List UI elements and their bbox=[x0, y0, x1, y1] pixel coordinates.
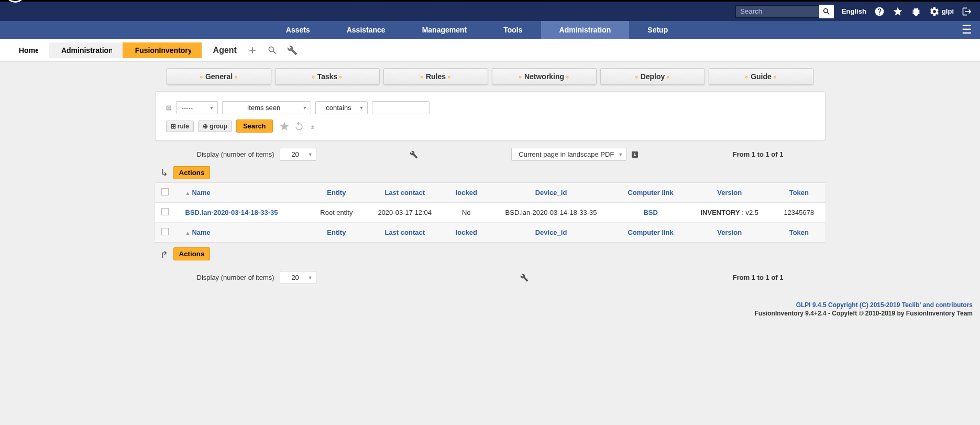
user-menu[interactable]: glpi bbox=[929, 6, 954, 17]
footer-fi-copyright: FusionInventory 9.4+2.4 - Copyleft © 201… bbox=[7, 310, 973, 317]
checkbox-all-bottom[interactable] bbox=[161, 228, 169, 235]
collapse-icon[interactable]: ⊟ bbox=[166, 104, 172, 112]
row-checkbox[interactable] bbox=[161, 208, 169, 215]
list-controls-top: Display (number of items) 20▼ Current pa… bbox=[155, 140, 825, 166]
col-version-foot[interactable]: Version bbox=[686, 223, 773, 243]
nav-assistance[interactable]: Assistance bbox=[328, 21, 404, 39]
hamburger-icon[interactable]: ☰ bbox=[954, 23, 980, 37]
select-all-down-icon[interactable]: ↳ bbox=[160, 167, 168, 179]
nav-tools[interactable]: Tools bbox=[485, 21, 541, 39]
col-entity-foot[interactable]: Entity bbox=[309, 223, 365, 243]
col-computer-link[interactable]: Computer link bbox=[615, 183, 686, 203]
chevron-down-icon: » bbox=[517, 75, 524, 79]
list-controls-bottom: Display (number of items) 20▼ From 1 to … bbox=[155, 264, 825, 289]
actions-button-top[interactable]: Actions bbox=[173, 166, 211, 179]
chevron-down-icon: » bbox=[565, 75, 571, 79]
cell-token: 12345678 bbox=[773, 203, 825, 223]
bookmark-star-icon[interactable] bbox=[279, 121, 290, 132]
add-icon[interactable] bbox=[247, 45, 258, 56]
col-device-id[interactable]: Device_id bbox=[487, 183, 615, 203]
module-tabs: »General»»Tasks»»Rules»»Networking»»Depl… bbox=[0, 62, 980, 91]
breadcrumb-home[interactable]: Home bbox=[6, 42, 49, 58]
search-input[interactable] bbox=[735, 5, 819, 18]
global-search bbox=[735, 5, 834, 18]
agents-table: ▲Name Entity Last contact locked Device_… bbox=[155, 182, 825, 242]
col-last-contact[interactable]: Last contact bbox=[364, 183, 445, 203]
tab-tasks[interactable]: »Tasks» bbox=[275, 68, 380, 85]
select-logic[interactable]: -----▼ bbox=[176, 101, 218, 114]
col-locked-foot[interactable]: locked bbox=[445, 223, 487, 243]
add-rule-button[interactable]: ⊞ rule bbox=[166, 121, 194, 132]
actions-button-bottom[interactable]: Actions bbox=[173, 247, 211, 260]
tab-guide[interactable]: »Guide» bbox=[709, 68, 813, 85]
col-computer-link-foot[interactable]: Computer link bbox=[615, 223, 686, 243]
col-locked[interactable]: locked bbox=[445, 183, 487, 203]
select-export[interactable]: Current page in landscape PDF▼ bbox=[511, 148, 626, 161]
export-go-icon[interactable] bbox=[631, 150, 639, 159]
agent-name-link[interactable]: BSD.lan-2020-03-14-18-33-35 bbox=[185, 209, 278, 216]
col-name[interactable]: ▲Name bbox=[175, 183, 309, 203]
footer-glpi-copyright[interactable]: GLPI 9.4.5 Copyright (C) 2015-2019 Tecli… bbox=[7, 301, 973, 309]
cell-device-id: BSD.lan-2020-03-14-18-33-35 bbox=[487, 203, 615, 223]
wrench-icon[interactable] bbox=[287, 45, 298, 56]
select-field[interactable]: Items seen▼ bbox=[222, 101, 311, 114]
search-go-button[interactable]: Search bbox=[236, 119, 272, 133]
tab-rules[interactable]: »Rules» bbox=[383, 68, 488, 85]
display-count-label: Display (number of items) bbox=[197, 150, 274, 158]
tab-general[interactable]: »General» bbox=[167, 68, 271, 85]
page-footer: GLPI 9.4.5 Copyright (C) 2015-2019 Tecli… bbox=[0, 297, 980, 323]
logout-icon[interactable] bbox=[962, 6, 972, 17]
chevron-down-icon: » bbox=[199, 75, 205, 79]
select-display-count-bottom[interactable]: 20▼ bbox=[280, 271, 316, 284]
add-group-button[interactable]: ⊕ group bbox=[198, 121, 232, 132]
col-device-id-foot[interactable]: Device_id bbox=[487, 223, 615, 243]
star-icon[interactable] bbox=[893, 6, 903, 17]
collapse-up-icon[interactable] bbox=[309, 121, 317, 132]
chevron-down-icon: » bbox=[419, 75, 425, 79]
tab-networking[interactable]: »Networking» bbox=[492, 68, 597, 85]
gear-icon bbox=[929, 6, 940, 17]
col-token-foot[interactable]: Token bbox=[773, 223, 825, 243]
col-name-foot[interactable]: ▲Name bbox=[175, 223, 309, 243]
checkbox-all-top[interactable] bbox=[161, 188, 169, 195]
chevron-down-icon: » bbox=[744, 75, 750, 79]
chevron-down-icon: » bbox=[772, 75, 778, 79]
breadcrumb: Home Administration FusionInventory Agen… bbox=[0, 39, 980, 62]
select-display-count[interactable]: 20▼ bbox=[280, 148, 316, 161]
col-token[interactable]: Token bbox=[773, 183, 825, 203]
cell-locked: No bbox=[445, 203, 487, 223]
cell-last-contact: 2020-03-17 12:04 bbox=[364, 203, 445, 223]
pager-info-bottom: From 1 to 1 of 1 bbox=[733, 274, 784, 281]
table-row: BSD.lan-2020-03-14-18-33-35 Root entity … bbox=[155, 203, 825, 223]
nav-setup[interactable]: Setup bbox=[629, 21, 686, 39]
col-version[interactable]: Version bbox=[686, 183, 773, 203]
breadcrumb-administration[interactable]: Administration bbox=[49, 42, 123, 58]
bulk-actions-top: ↳ Actions bbox=[155, 166, 825, 182]
col-entity[interactable]: Entity bbox=[309, 183, 365, 203]
display-count-label-bottom: Display (number of items) bbox=[197, 274, 274, 281]
columns-config-icon-bottom[interactable] bbox=[520, 273, 528, 282]
page-title: Agent bbox=[213, 46, 237, 55]
select-operator[interactable]: contains▼ bbox=[315, 101, 368, 114]
breadcrumb-fusioninventory[interactable]: FusionInventory bbox=[123, 42, 202, 58]
search-page-icon[interactable] bbox=[267, 45, 278, 56]
top-header: LPI English glpi bbox=[0, 0, 980, 21]
tab-deploy[interactable]: »Deploy» bbox=[600, 68, 705, 85]
chevron-down-icon: » bbox=[311, 75, 317, 79]
search-value-input[interactable] bbox=[372, 101, 430, 114]
language-link[interactable]: English bbox=[842, 7, 866, 15]
nav-management[interactable]: Management bbox=[404, 21, 486, 39]
search-button[interactable] bbox=[819, 5, 834, 18]
bug-icon[interactable] bbox=[911, 6, 921, 17]
computer-link[interactable]: BSD bbox=[643, 209, 657, 216]
help-icon[interactable] bbox=[874, 6, 885, 17]
reset-icon[interactable] bbox=[294, 121, 304, 132]
chevron-down-icon: » bbox=[338, 75, 344, 79]
col-last-contact-foot[interactable]: Last contact bbox=[364, 223, 445, 243]
select-all-up-icon[interactable]: ↳ bbox=[160, 248, 168, 260]
nav-administration[interactable]: Administration bbox=[541, 21, 630, 39]
nav-assets[interactable]: Assets bbox=[268, 21, 328, 39]
columns-config-icon[interactable] bbox=[410, 150, 418, 159]
search-icon bbox=[822, 7, 831, 16]
chevron-down-icon: » bbox=[634, 75, 640, 79]
